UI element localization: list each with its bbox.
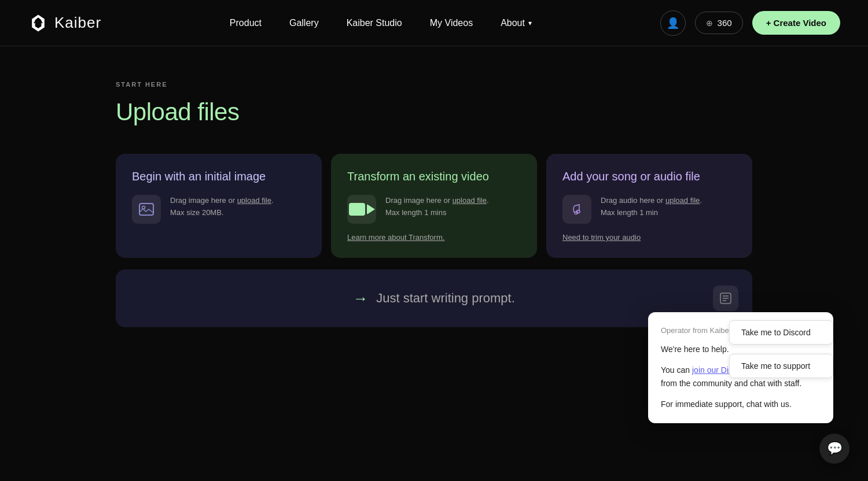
main-nav: Product Gallery Kaiber Studio My Videos … bbox=[230, 18, 532, 28]
chevron-down-icon: ▾ bbox=[528, 19, 532, 27]
nav-my-videos[interactable]: My Videos bbox=[430, 18, 473, 28]
header-actions: 👤 ⊕ 360 + Create Video bbox=[660, 10, 840, 36]
initial-image-text: Drag image here or upload file. Max size… bbox=[170, 195, 274, 219]
upload-cards: Begin with an initial image Drag image h… bbox=[116, 154, 752, 258]
image-upload-icon bbox=[132, 195, 161, 224]
video-upload-icon bbox=[347, 195, 376, 224]
user-icon: 👤 bbox=[667, 17, 679, 29]
logo[interactable]: Kaiber bbox=[28, 13, 101, 34]
nav-product[interactable]: Product bbox=[230, 18, 262, 28]
nav-about[interactable]: About ▾ bbox=[501, 18, 532, 28]
audio-file-card[interactable]: Add your song or audio file Drag audio h… bbox=[546, 154, 752, 258]
prompt-extra-icon bbox=[713, 286, 738, 311]
audio-upload-icon bbox=[562, 195, 591, 224]
nav-gallery[interactable]: Gallery bbox=[289, 18, 319, 28]
image-upload-link[interactable]: upload file bbox=[237, 196, 271, 205]
transform-video-text: Drag image here or upload file. Max leng… bbox=[385, 195, 489, 219]
page-title: Upload files bbox=[116, 98, 752, 126]
trim-audio-link[interactable]: Need to trim your audio bbox=[562, 233, 736, 242]
nav-kaiber-studio[interactable]: Kaiber Studio bbox=[347, 18, 402, 28]
logo-wordmark: Kaiber bbox=[54, 14, 101, 32]
start-here-label: START HERE bbox=[116, 81, 752, 88]
prompt-content: → Just start writing prompt. bbox=[353, 290, 515, 308]
discord-button[interactable]: Take me to Discord bbox=[729, 320, 833, 345]
transform-video-title: Transform an existing video bbox=[347, 170, 521, 183]
chat-bubble-button[interactable]: 💬 bbox=[819, 434, 849, 464]
video-upload-link[interactable]: upload file bbox=[453, 196, 487, 205]
chat-actions: Take me to Discord Take me to support bbox=[729, 320, 833, 383]
credits-value: 360 bbox=[718, 18, 732, 28]
prompt-placeholder: Just start writing prompt. bbox=[376, 291, 515, 306]
user-icon-button[interactable]: 👤 bbox=[660, 10, 686, 36]
audio-upload-link[interactable]: upload file bbox=[665, 196, 700, 205]
audio-file-text: Drag audio here or upload file. Max leng… bbox=[601, 195, 702, 219]
chat-bubble-icon: 💬 bbox=[827, 441, 843, 456]
credits-icon: ⊕ bbox=[706, 18, 713, 28]
create-video-label: + Create Video bbox=[766, 18, 826, 28]
credits-button[interactable]: ⊕ 360 bbox=[695, 12, 743, 34]
audio-file-title: Add your song or audio file bbox=[562, 170, 736, 183]
svg-rect-2 bbox=[139, 204, 153, 215]
support-button[interactable]: Take me to support bbox=[729, 354, 833, 378]
create-video-button[interactable]: + Create Video bbox=[752, 11, 840, 35]
chat-message-3: For immediate support, chat with us. bbox=[661, 398, 821, 412]
learn-more-link[interactable]: Learn more about Transform. bbox=[347, 233, 521, 242]
prompt-arrow-icon: → bbox=[353, 290, 368, 308]
header: Kaiber Product Gallery Kaiber Studio My … bbox=[0, 0, 868, 46]
initial-image-card[interactable]: Begin with an initial image Drag image h… bbox=[116, 154, 322, 258]
transform-video-card[interactable]: Transform an existing video Drag image h… bbox=[331, 154, 537, 258]
initial-image-title: Begin with an initial image bbox=[132, 170, 306, 183]
